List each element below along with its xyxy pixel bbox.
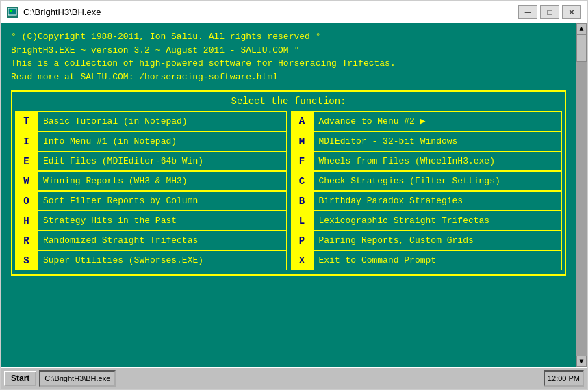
menu-label-right-0: Advance to Menu #2 ▶	[314, 112, 562, 131]
menu-grid: TBasic Tutorial (in Notepad)AAdvance to …	[15, 111, 562, 270]
menu-col-right-2[interactable]: FWheels from Files (WheelInH3.exe)	[291, 151, 563, 171]
menu-key-right-1: M	[292, 132, 314, 151]
menu-key-left-6: R	[16, 231, 38, 250]
content-area: ° (C)Copyright 1988-2011, Ion Saliu. All…	[1, 23, 587, 367]
menu-label-right-6: Pairing Reports, Custom Grids	[314, 231, 562, 250]
svg-rect-1	[10, 10, 12, 12]
menu-row-4: OSort Filter Reports by ColumnBBirthday …	[15, 191, 562, 211]
menu-box: Select the function: TBasic Tutorial (in…	[11, 90, 566, 276]
tray-time: 12:00 PM	[548, 374, 580, 382]
menu-key-left-1: I	[16, 132, 38, 151]
menu-key-left-3: W	[16, 172, 38, 190]
menu-key-left-0: T	[16, 112, 38, 131]
taskbar-items: C:\BrightH3\BH.exe	[39, 370, 544, 387]
menu-row-6: RRandomized Straight TrifectasPPairing R…	[15, 231, 562, 250]
menu-col-right-0[interactable]: AAdvance to Menu #2 ▶	[291, 111, 563, 131]
scrollbar: ▲ ▼	[576, 23, 587, 367]
menu-label-left-6: Randomized Straight Trifectas	[38, 231, 286, 250]
menu-row-5: HStrategy Hits in the PastLLexicographic…	[15, 211, 562, 231]
menu-row-3: WWinning Reports (WH3 & MH3)CCheck Strat…	[15, 171, 562, 191]
taskbar-tray: 12:00 PM	[544, 370, 584, 387]
menu-col-left-2[interactable]: EEdit Files (MDIEditor-64b Win)	[15, 151, 287, 171]
header-line-2: BrightH3.EXE ~ version 3.2 ~ August 2011…	[11, 44, 566, 57]
menu-row-0: TBasic Tutorial (in Notepad)AAdvance to …	[15, 111, 562, 131]
menu-label-right-7: Exit to Command Prompt	[314, 251, 562, 270]
menu-label-right-3: Check Strategies (Filter Settings)	[314, 172, 562, 190]
taskbar-item-bh[interactable]: C:\BrightH3\BH.exe	[39, 370, 116, 387]
menu-row-1: IInfo Menu #1 (in Notepad)MMDIEditor - 3…	[15, 131, 562, 151]
header-block: ° (C)Copyright 1988-2011, Ion Saliu. All…	[11, 30, 566, 83]
menu-label-left-7: Super Utilities (SWHorses.EXE)	[38, 251, 286, 270]
menu-label-right-1: MDIEditor - 32-bit Windows	[314, 132, 562, 151]
header-line-1: ° (C)Copyright 1988-2011, Ion Saliu. All…	[11, 30, 566, 44]
menu-col-right-1[interactable]: MMDIEditor - 32-bit Windows	[291, 131, 563, 151]
start-button[interactable]: Start	[4, 371, 36, 386]
main-window: C:\BrightH3\BH.exe ─ □ ✕ ° (C)Copyright …	[0, 0, 588, 390]
menu-label-left-4: Sort Filter Reports by Column	[38, 192, 286, 210]
menu-label-left-0: Basic Tutorial (in Notepad)	[38, 112, 286, 131]
menu-col-left-1[interactable]: IInfo Menu #1 (in Notepad)	[15, 131, 287, 151]
menu-label-right-2: Wheels from Files (WheelInH3.exe)	[314, 152, 562, 170]
menu-col-right-5[interactable]: LLexicographic Straight Trifectas	[291, 211, 563, 231]
menu-col-left-5[interactable]: HStrategy Hits in the Past	[15, 211, 287, 231]
window-title: C:\BrightH3\BH.exe	[23, 7, 518, 17]
menu-row-2: EEdit Files (MDIEditor-64b Win)FWheels f…	[15, 151, 562, 171]
main-content: ° (C)Copyright 1988-2011, Ion Saliu. All…	[1, 23, 576, 367]
title-buttons: ─ □ ✕	[518, 5, 581, 19]
menu-key-right-2: F	[292, 152, 314, 170]
menu-key-left-2: E	[16, 152, 38, 170]
minimize-button[interactable]: ─	[518, 5, 537, 19]
scroll-down-button[interactable]: ▼	[576, 356, 587, 367]
menu-key-left-7: S	[16, 251, 38, 270]
title-bar: C:\BrightH3\BH.exe ─ □ ✕	[1, 1, 587, 23]
menu-key-left-4: O	[16, 192, 38, 210]
menu-key-right-3: C	[292, 172, 314, 190]
menu-col-left-0[interactable]: TBasic Tutorial (in Notepad)	[15, 111, 287, 131]
scroll-up-button[interactable]: ▲	[576, 23, 587, 34]
menu-label-left-2: Edit Files (MDIEditor-64b Win)	[38, 152, 286, 170]
menu-col-right-6[interactable]: PPairing Reports, Custom Grids	[291, 231, 563, 250]
maximize-button[interactable]: □	[540, 5, 559, 19]
menu-key-right-0: A	[292, 112, 314, 131]
menu-key-right-5: L	[292, 211, 314, 230]
menu-key-left-5: H	[16, 211, 38, 230]
scroll-track	[576, 34, 587, 356]
menu-col-left-7[interactable]: SSuper Utilities (SWHorses.EXE)	[15, 250, 287, 270]
menu-label-left-5: Strategy Hits in the Past	[38, 211, 286, 230]
header-line-3: This is a collection of high-powered sof…	[11, 57, 566, 70]
menu-col-left-6[interactable]: RRandomized Straight Trifectas	[15, 231, 287, 250]
menu-label-right-5: Lexicographic Straight Trifectas	[314, 211, 562, 230]
menu-col-left-4[interactable]: OSort Filter Reports by Column	[15, 191, 287, 211]
close-button[interactable]: ✕	[562, 5, 581, 19]
menu-key-right-4: B	[292, 192, 314, 210]
menu-col-right-3[interactable]: CCheck Strategies (Filter Settings)	[291, 171, 563, 191]
menu-col-right-7[interactable]: XExit to Command Prompt	[291, 250, 563, 270]
menu-title: Select the function:	[15, 96, 562, 107]
taskbar: Start C:\BrightH3\BH.exe 12:00 PM	[1, 367, 587, 389]
menu-col-right-4[interactable]: BBirthday Paradox Strategies	[291, 191, 563, 211]
menu-label-left-3: Winning Reports (WH3 & MH3)	[38, 172, 286, 190]
menu-label-left-1: Info Menu #1 (in Notepad)	[38, 132, 286, 151]
menu-col-left-3[interactable]: WWinning Reports (WH3 & MH3)	[15, 171, 287, 191]
header-line-4: Read more at SALIU.COM: /horseracing-sof…	[11, 70, 566, 84]
menu-label-right-4: Birthday Paradox Strategies	[314, 192, 562, 210]
menu-key-right-6: P	[292, 231, 314, 250]
menu-row-7: SSuper Utilities (SWHorses.EXE)XExit to …	[15, 250, 562, 270]
window-icon	[7, 7, 18, 18]
scroll-thumb[interactable]	[576, 34, 587, 62]
menu-key-right-7: X	[292, 251, 314, 270]
